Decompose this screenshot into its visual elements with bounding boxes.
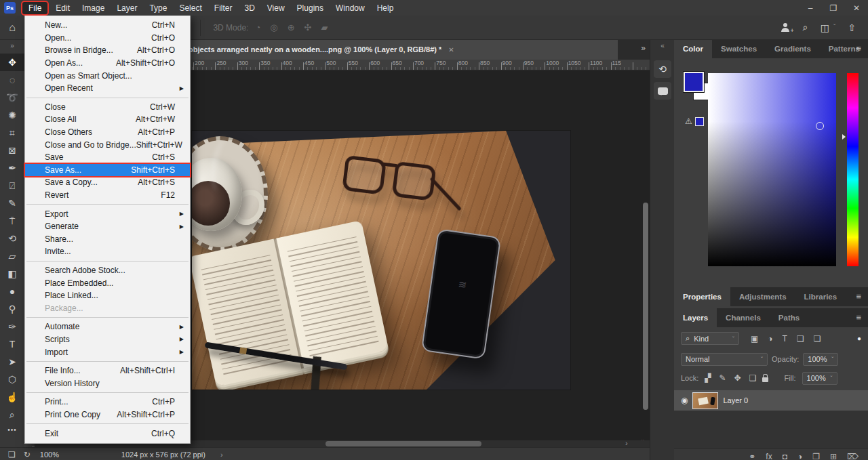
tab-overflow-icon[interactable]: » (641, 43, 646, 53)
blend-mode-select[interactable]: Normal ˇ (681, 353, 768, 366)
tab-swatches[interactable]: Swatches (712, 39, 766, 58)
menubar-item[interactable]: File (22, 2, 47, 14)
menubar-item[interactable]: Select (173, 2, 208, 14)
healing-brush-tool[interactable]: ⍁ (0, 177, 24, 194)
lasso-tool[interactable]: ➰ (0, 89, 24, 106)
menu-item[interactable]: Invite... ▶ (25, 245, 190, 258)
panel-menu-icon[interactable]: ≡ (849, 287, 868, 306)
saturation-brightness-field[interactable] (708, 73, 836, 266)
menubar-item[interactable]: 3D (238, 2, 260, 14)
rotate-view-icon[interactable]: ↻ (24, 450, 31, 459)
shape-tool[interactable]: ⬡ (0, 371, 24, 388)
blur-tool[interactable]: ● (0, 283, 24, 300)
menu-item[interactable]: Automate ▶ (25, 320, 190, 333)
menubar-item[interactable]: View (261, 2, 291, 14)
menu-item[interactable]: Import ▶ (25, 346, 190, 358)
lock-transparent-pixels-icon[interactable]: ▞ (705, 373, 711, 383)
adjustment-layer-icon[interactable]: ◑ (797, 452, 802, 460)
mini-swatches-icon[interactable]: ❏ (8, 450, 16, 459)
layer-effects-icon[interactable]: fx (766, 452, 772, 460)
menubar-item[interactable]: Image (76, 2, 111, 14)
menubar-item[interactable]: Window (330, 2, 371, 14)
clone-stamp-tool[interactable]: ⍑ (0, 212, 24, 230)
tab-color[interactable]: Color (674, 39, 712, 58)
eyedropper-tool[interactable]: ✒ (0, 159, 24, 177)
close-tab-icon[interactable]: ✕ (448, 46, 454, 54)
tab-paths[interactable]: Paths (770, 308, 808, 327)
tab-gradients[interactable]: Gradients (766, 39, 820, 58)
tab-channels[interactable]: Channels (717, 308, 770, 327)
fill-input[interactable]: 100% ˇ (802, 372, 837, 385)
menu-item[interactable]: Save a Copy... Alt+Ctrl+S ▶ (25, 176, 190, 189)
menu-item[interactable]: Save Ctrl+S ▶ (25, 151, 190, 164)
layer-name[interactable]: Layer 0 (723, 396, 748, 404)
color-field-marker[interactable] (816, 122, 824, 130)
elliptical-marquee-tool[interactable]: ◌ (0, 71, 24, 89)
vertical-scrollbar[interactable] (643, 203, 648, 410)
menu-item[interactable]: Print One Copy Alt+Shift+Ctrl+P ▶ (25, 409, 190, 421)
panel-menu-icon[interactable]: ≡ (849, 39, 868, 58)
layer-filter-kind-select[interactable]: ⌕ Kind ˇ (681, 332, 739, 345)
zoom-level[interactable]: 100% (40, 451, 81, 459)
menu-item[interactable]: Revert F12 ▶ (25, 189, 190, 202)
dodge-tool[interactable]: ⚲ (0, 300, 24, 318)
lock-image-pixels-icon[interactable]: ✎ (719, 373, 726, 383)
hue-slider-marker[interactable] (842, 134, 846, 140)
comments-panel-icon[interactable] (654, 82, 671, 100)
status-chevron-icon[interactable]: › (220, 451, 223, 459)
menu-item[interactable]: Close All Alt+Ctrl+W ▶ (25, 113, 190, 126)
tab-properties[interactable]: Properties (674, 287, 730, 306)
scroll-right-icon[interactable]: › (625, 439, 628, 447)
zoom-tool[interactable]: ⌕ (0, 406, 24, 423)
close-icon[interactable]: ✕ (845, 0, 868, 16)
filter-pixel-layers-icon[interactable]: ▣ (751, 334, 758, 343)
menu-item[interactable]: Version History ▶ (25, 377, 190, 390)
edit-toolbar-icon[interactable]: ••• (0, 423, 24, 434)
share-icon[interactable]: ⇧ (848, 22, 856, 33)
menu-item[interactable]: File Info... Alt+Shift+Ctrl+I ▶ (25, 364, 190, 377)
tab-layers[interactable]: Layers (674, 308, 717, 327)
tab-libraries[interactable]: Libraries (795, 287, 846, 306)
menu-item[interactable]: Save As... Shift+Ctrl+S ▶ (25, 164, 190, 177)
menu-item[interactable]: Close and Go to Bridge... Shift+Ctrl+W ▶ (25, 138, 190, 151)
search-icon[interactable]: ⌕ (803, 22, 808, 33)
menubar-item[interactable]: Layer (111, 2, 143, 14)
menu-item[interactable]: Scripts ▶ (25, 333, 190, 346)
frame-tool[interactable]: ⊠ (0, 142, 24, 159)
filter-shape-layers-icon[interactable]: ❑ (797, 334, 804, 343)
layer-row[interactable]: ◉ Layer 0 (674, 390, 868, 411)
lock-artboard-icon[interactable]: ❑ (749, 373, 757, 383)
expand-panels-icon[interactable]: « (650, 39, 675, 56)
hand-tool[interactable]: ☝ (0, 388, 24, 406)
menu-item[interactable]: Browse in Bridge... Alt+Ctrl+O ▶ (25, 44, 190, 57)
new-layer-icon[interactable]: ⊞ (830, 452, 837, 460)
toolbar-collapse-icon[interactable]: » (0, 39, 24, 54)
menu-item[interactable]: Close Others Alt+Ctrl+P ▶ (25, 126, 190, 139)
menubar-item[interactable]: Plugins (291, 2, 330, 14)
menu-item[interactable]: Generate ▶ (25, 220, 190, 233)
panel-menu-icon[interactable]: ≡ (849, 308, 868, 327)
menu-item[interactable]: Place Embedded... ▶ (25, 276, 190, 289)
canvas-document[interactable]: ≋ (192, 131, 570, 390)
minimize-icon[interactable]: – (799, 0, 822, 16)
move-tool[interactable]: ✥ (0, 54, 24, 71)
brush-tool[interactable]: ✎ (0, 194, 24, 212)
menu-item[interactable]: Open Recent ▶ (25, 82, 190, 95)
lock-position-icon[interactable]: ✥ (734, 373, 741, 383)
gamut-warning[interactable]: ⚠ (685, 117, 704, 126)
pen-tool[interactable]: ✑ (0, 318, 24, 335)
new-group-icon[interactable]: ❐ (812, 452, 820, 460)
crop-tool[interactable]: ⌗ (0, 124, 24, 142)
menu-item[interactable]: Open As... Alt+Shift+Ctrl+O ▶ (25, 57, 190, 70)
hue-slider[interactable] (847, 73, 859, 266)
eraser-tool[interactable]: ▱ (0, 247, 24, 265)
filter-adjustment-layers-icon[interactable]: ◑ (768, 334, 772, 343)
menu-item[interactable]: Close Ctrl+W ▶ (25, 101, 190, 114)
menu-item[interactable]: Package... ▶ (25, 301, 190, 314)
lock-all-icon[interactable] (762, 377, 768, 382)
workspace-switcher-icon[interactable]: ◫ (821, 22, 829, 33)
menubar-item[interactable]: Help (371, 2, 400, 14)
delete-layer-icon[interactable]: ⌦ (847, 452, 859, 460)
gradient-tool[interactable]: ◧ (0, 265, 24, 283)
menu-item[interactable]: Export ▶ (25, 207, 190, 220)
